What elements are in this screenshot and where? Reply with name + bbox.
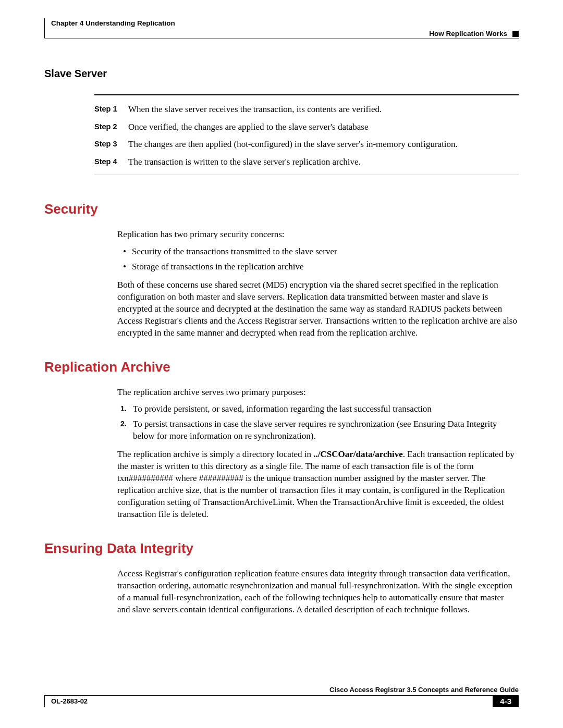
step-text: Once verified, the changes are applied t… xyxy=(128,120,368,134)
security-bullets: Security of the transactions transmitted… xyxy=(117,246,519,273)
archive-para-post: . Each transaction replicated by the mas… xyxy=(117,449,515,519)
security-intro: Replication has two primary security con… xyxy=(117,229,519,241)
page-number: 4-3 xyxy=(493,695,519,707)
heading-replication-archive: Replication Archive xyxy=(44,359,519,375)
archive-para: The replication archive is simply a dire… xyxy=(117,449,519,521)
security-para: Both of these concerns use shared secret… xyxy=(117,279,519,339)
page-header: Chapter 4 Understanding Replication How … xyxy=(44,18,519,38)
step-label: Step 1 xyxy=(94,103,128,116)
steps-bottom-rule xyxy=(94,175,519,175)
heading-data-integrity: Ensuring Data Integrity xyxy=(44,540,519,557)
header-chapter: Chapter 4 Understanding Replication xyxy=(51,19,175,27)
step-row: Step 2 Once verified, the changes are ap… xyxy=(94,118,519,136)
step-row: Step 1 When the slave server receives th… xyxy=(94,101,519,118)
step-text: The transaction is written to the slave … xyxy=(128,155,361,169)
security-body: Replication has two primary security con… xyxy=(117,229,519,339)
footer-rule: OL-2683-02 4-3 xyxy=(44,695,519,707)
header-end-marker-icon xyxy=(512,31,519,37)
header-section-row: How Replication Works xyxy=(429,30,519,38)
integrity-para: Access Registrar's configuration replica… xyxy=(117,568,519,616)
step-text: When the slave server receives the trans… xyxy=(128,103,382,116)
subheading-slave-server: Slave Server xyxy=(44,68,519,80)
steps-top-rule xyxy=(94,94,519,95)
integrity-body: Access Registrar's configuration replica… xyxy=(117,568,519,616)
list-item: Storage of transactions in the replicati… xyxy=(117,261,519,273)
heading-security: Security xyxy=(44,201,519,217)
footer-doc-title: Cisco Access Registrar 3.5 Concepts and … xyxy=(44,686,519,695)
step-label: Step 4 xyxy=(94,155,128,169)
archive-intro: The replication archive serves two prima… xyxy=(117,387,519,399)
step-text: The changes are then applied (hot-config… xyxy=(128,138,458,151)
list-item: Security of the transactions transmitted… xyxy=(117,246,519,258)
step-row: Step 4 The transaction is written to the… xyxy=(94,153,519,171)
page: Chapter 4 Understanding Replication How … xyxy=(0,0,563,728)
header-section: How Replication Works xyxy=(429,30,507,38)
list-item: To persist transactions in case the slav… xyxy=(117,418,519,442)
step-label: Step 2 xyxy=(94,120,128,134)
footer-doc-id: OL-2683-02 xyxy=(51,697,88,705)
page-footer: Cisco Access Registrar 3.5 Concepts and … xyxy=(44,686,519,707)
archive-body: The replication archive serves two prima… xyxy=(117,387,519,521)
steps-block: Step 1 When the slave server receives th… xyxy=(94,94,519,175)
step-row: Step 3 The changes are then applied (hot… xyxy=(94,135,519,153)
archive-para-pre: The replication archive is simply a dire… xyxy=(117,449,313,459)
archive-numlist: To provide persistent, or saved, informa… xyxy=(117,403,519,442)
step-label: Step 3 xyxy=(94,138,128,151)
content: Slave Server Step 1 When the slave serve… xyxy=(44,39,519,616)
list-item: To provide persistent, or saved, informa… xyxy=(117,403,519,415)
archive-path: ../CSCOar/data/archive xyxy=(313,449,403,459)
